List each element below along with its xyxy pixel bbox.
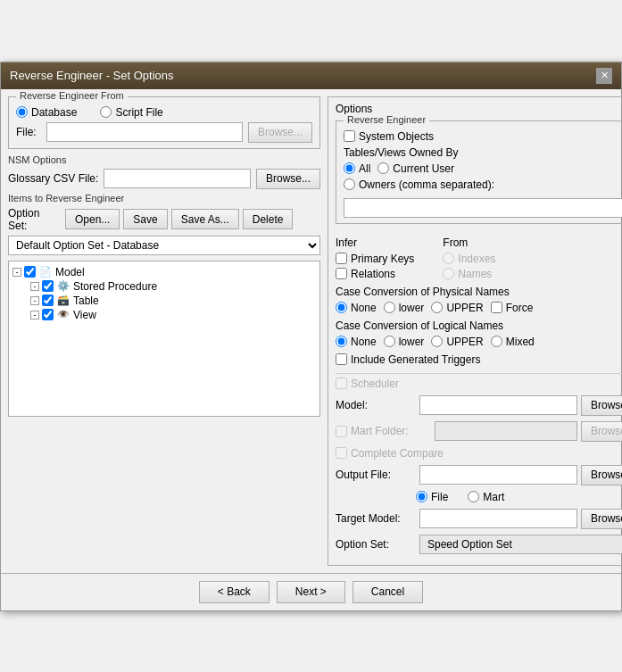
phys-upper-label[interactable]: UPPER xyxy=(431,302,483,314)
current-user-radio-label[interactable]: Current User xyxy=(377,162,454,175)
log-upper-radio[interactable] xyxy=(431,336,443,347)
glossary-label: Glossary CSV File: xyxy=(8,172,98,185)
case-physical-label: Case Conversion of Physical Names xyxy=(336,286,622,298)
back-button[interactable]: < Back xyxy=(199,581,270,603)
sp-icon: ⚙️ xyxy=(56,280,70,293)
model-row: Model: Browse... xyxy=(336,395,622,416)
mart-folder-checkbox xyxy=(336,426,347,437)
model-input[interactable] xyxy=(419,395,577,415)
current-user-radio[interactable] xyxy=(377,162,389,174)
delete-button[interactable]: Delete xyxy=(243,209,294,229)
items-label: Items to Reverse Engineer xyxy=(8,193,320,203)
case-logical-label: Case Conversion of Logical Names xyxy=(336,319,622,332)
all-radio-label[interactable]: All xyxy=(344,162,370,175)
complete-compare-row: Complete Compare xyxy=(336,447,622,460)
log-lower-label[interactable]: lower xyxy=(384,336,425,348)
re-sub-legend: Reverse Engineer xyxy=(344,114,429,125)
complete-compare-label: Complete Compare xyxy=(336,447,622,460)
file-input[interactable] xyxy=(46,122,243,142)
view-icon: 👁️ xyxy=(56,309,70,321)
case-physical-section: Case Conversion of Physical Names None l… xyxy=(336,286,622,314)
phys-lower-radio[interactable] xyxy=(384,302,395,313)
table-expand[interactable]: - xyxy=(30,296,39,305)
scheduler-checkbox xyxy=(336,377,347,389)
glossary-browse-button[interactable]: Browse... xyxy=(256,169,320,189)
phys-force-checkbox[interactable] xyxy=(491,302,502,313)
log-mixed-label[interactable]: Mixed xyxy=(491,336,535,348)
file-browse-button[interactable]: Browse... xyxy=(248,122,312,143)
open-button[interactable]: Open... xyxy=(65,209,120,229)
system-objects-checkbox[interactable] xyxy=(344,130,355,142)
log-lower-radio[interactable] xyxy=(384,336,395,347)
owners-input[interactable] xyxy=(344,198,622,218)
phys-lower-label[interactable]: lower xyxy=(384,302,425,314)
window-title: Reverse Engineer - Set Options xyxy=(10,69,174,82)
items-section: Items to Reverse Engineer Option Set: Op… xyxy=(8,193,320,417)
tree-item-sp: - ⚙️ Stored Procedure xyxy=(12,279,316,294)
triggers-checkbox[interactable] xyxy=(336,353,347,365)
all-radio[interactable] xyxy=(344,162,355,174)
tree-item-table: - 🗃️ Table xyxy=(12,294,316,308)
glossary-input[interactable] xyxy=(104,169,251,188)
log-none-label[interactable]: None xyxy=(336,336,377,348)
file-radio[interactable] xyxy=(416,491,427,502)
target-model-row: Target Model: Browse... xyxy=(336,509,622,529)
output-browse-button[interactable]: Browse... xyxy=(581,465,622,485)
indexes-radio-label[interactable]: Indexes xyxy=(443,253,495,265)
view-checkbox[interactable] xyxy=(42,309,54,320)
database-radio[interactable] xyxy=(16,106,28,118)
script-file-radio[interactable] xyxy=(100,106,112,118)
primary-keys-checkbox[interactable] xyxy=(336,253,347,264)
owners-radio[interactable] xyxy=(344,178,355,190)
script-file-radio-label[interactable]: Script File xyxy=(100,106,162,119)
infer-section: Infer Primary Keys Relations xyxy=(336,231,622,280)
owners-radio-label[interactable]: Owners (comma separated): xyxy=(344,178,494,191)
next-button[interactable]: Next > xyxy=(277,581,345,603)
phys-none-radio[interactable] xyxy=(336,302,347,313)
system-objects-label[interactable]: System Objects xyxy=(344,130,434,143)
model-browse-button[interactable]: Browse... xyxy=(581,395,622,416)
output-file-input[interactable] xyxy=(419,465,577,485)
mart-radio[interactable] xyxy=(468,491,479,502)
file-radio-label[interactable]: File xyxy=(416,491,448,503)
log-upper-label[interactable]: UPPER xyxy=(431,336,483,348)
phys-force-label[interactable]: Force xyxy=(491,302,534,314)
option-set-dropdown[interactable]: Default Option Set - Database xyxy=(8,236,320,255)
output-file-row: Output File: Browse... xyxy=(336,465,622,485)
reverse-engineer-sub-group: Reverse Engineer System Objects Tables/V… xyxy=(336,120,622,224)
indexes-radio[interactable] xyxy=(443,253,454,264)
database-radio-label[interactable]: Database xyxy=(16,106,77,119)
tree-container: - 📄 Model - ⚙️ Stored Procedure - xyxy=(8,261,320,417)
table-label: Table xyxy=(73,295,99,307)
names-radio[interactable] xyxy=(443,268,454,279)
names-radio-label[interactable]: Names xyxy=(443,268,495,280)
view-expand[interactable]: - xyxy=(30,311,39,319)
mart-folder-browse-button[interactable]: Browse... xyxy=(581,421,622,442)
sp-expand[interactable]: - xyxy=(30,282,39,291)
primary-keys-label[interactable]: Primary Keys xyxy=(336,253,414,265)
close-button[interactable]: ✕ xyxy=(596,68,612,84)
target-model-label: Target Model: xyxy=(336,512,416,525)
table-checkbox[interactable] xyxy=(42,295,54,306)
mart-radio-label[interactable]: Mart xyxy=(468,491,504,503)
log-none-radio[interactable] xyxy=(336,336,347,347)
save-button[interactable]: Save xyxy=(123,209,167,229)
speed-option-set-dropdown[interactable]: Speed Option Set xyxy=(419,535,622,554)
sp-checkbox[interactable] xyxy=(42,280,54,292)
relations-label[interactable]: Relations xyxy=(336,268,414,280)
view-label: View xyxy=(73,309,96,321)
relations-checkbox[interactable] xyxy=(336,268,347,279)
output-file-label: Output File: xyxy=(336,469,416,481)
log-mixed-radio[interactable] xyxy=(491,336,502,347)
phys-none-label[interactable]: None xyxy=(336,302,377,314)
phys-upper-radio[interactable] xyxy=(431,302,443,313)
model-expand[interactable]: - xyxy=(12,268,21,277)
options-title: Options xyxy=(336,103,622,115)
cancel-button[interactable]: Cancel xyxy=(352,581,423,603)
target-model-input[interactable] xyxy=(419,509,577,528)
target-browse-button[interactable]: Browse... xyxy=(581,509,622,529)
triggers-label[interactable]: Include Generated Triggers xyxy=(336,353,622,366)
model-checkbox[interactable] xyxy=(24,266,36,278)
save-as-button[interactable]: Save As... xyxy=(171,209,239,229)
option-set-label-text: Option Set: xyxy=(8,207,62,232)
